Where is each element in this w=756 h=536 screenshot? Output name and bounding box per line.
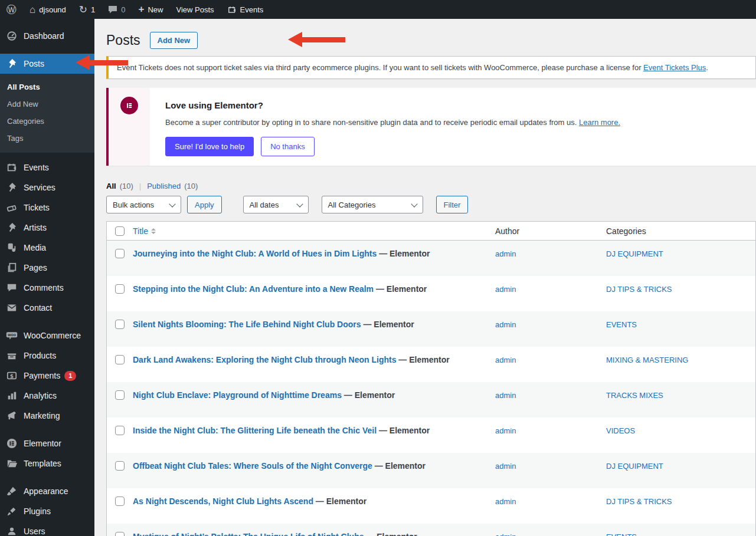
view-posts-menu[interactable]: View Posts — [170, 0, 221, 19]
select-all-checkbox[interactable] — [115, 226, 125, 236]
category-link[interactable]: DJ EQUIPMENT — [606, 462, 663, 471]
column-title-sort[interactable]: Title — [133, 226, 156, 236]
author-link[interactable]: admin — [495, 356, 516, 364]
events-menu[interactable]: Events — [221, 0, 270, 19]
category-link[interactable]: DJ TIPS & TRICKS — [606, 497, 672, 506]
sidebar-item-label: Posts — [24, 59, 44, 68]
updates-menu[interactable]: ↻ 1 — [73, 0, 102, 19]
post-title-link[interactable]: Night Club Enclave: Playground of Nightt… — [133, 390, 342, 400]
post-title-link[interactable]: As Night Descends, Night Club Lights Asc… — [133, 496, 313, 506]
sidebar-item-users[interactable]: Users — [0, 521, 94, 536]
sidebar-item-appearance[interactable]: Appearance — [0, 481, 94, 501]
view-all-link[interactable]: All — [106, 182, 116, 190]
sidebar-item-analytics[interactable]: Analytics — [0, 386, 94, 406]
sidebar-item-artists[interactable]: Artists — [0, 218, 94, 238]
sidebar-item-plugins[interactable]: Plugins — [0, 501, 94, 521]
envelope-icon — [6, 302, 18, 314]
list-table-controls: Bulk actions Apply All dates All Categor… — [106, 196, 756, 213]
post-status-views: All (10) | Published (10) — [106, 182, 756, 190]
sidebar-item-dashboard[interactable]: Dashboard — [0, 26, 94, 46]
site-name-label: djsound — [39, 5, 66, 14]
category-link[interactable]: VIDEOS — [606, 426, 635, 435]
sidebar-item-label: Appearance — [24, 486, 68, 496]
comment-bubble-icon — [6, 282, 18, 294]
row-checkbox[interactable] — [115, 496, 125, 506]
author-link[interactable]: admin — [495, 426, 516, 435]
categories-filter-select[interactable]: All Categories — [322, 196, 423, 213]
author-link[interactable]: admin — [495, 462, 516, 471]
author-link[interactable]: admin — [495, 497, 516, 506]
row-checkbox[interactable] — [115, 461, 125, 471]
learn-more-link[interactable]: Learn more. — [579, 118, 620, 127]
category-link[interactable]: EVENTS — [606, 320, 637, 329]
products-box-icon — [6, 350, 18, 361]
banner-accept-button[interactable]: Sure! I'd love to help — [165, 137, 254, 156]
post-title-link[interactable]: Journeying into the Night Club: A World … — [133, 249, 377, 258]
row-checkbox[interactable] — [115, 249, 125, 258]
pushpin-icon — [6, 222, 18, 234]
author-link[interactable]: admin — [495, 249, 516, 258]
sidebar-item-pages[interactable]: Pages — [0, 258, 94, 278]
author-link[interactable]: admin — [495, 285, 516, 294]
row-checkbox[interactable] — [115, 390, 125, 400]
submenu-add-new[interactable]: Add New — [0, 96, 94, 113]
category-link[interactable]: EVENTS — [606, 532, 637, 536]
sidebar-item-tickets[interactable]: Tickets — [0, 198, 94, 218]
author-link[interactable]: admin — [495, 320, 516, 329]
sidebar-item-events[interactable]: Events — [0, 157, 94, 177]
new-content-menu[interactable]: + New — [132, 0, 170, 19]
sidebar-item-payments[interactable]: $ Payments 1 — [0, 366, 94, 386]
sidebar-item-products[interactable]: Products — [0, 346, 94, 366]
view-published-link[interactable]: Published — [147, 182, 181, 190]
row-checkbox[interactable] — [115, 355, 125, 364]
post-title-link[interactable]: Mystique of Night’s Palette: The Unique … — [133, 532, 364, 536]
submenu-categories[interactable]: Categories — [0, 113, 94, 130]
post-title-link[interactable]: Offbeat Night Club Tales: Where Souls of… — [133, 461, 372, 471]
comments-menu[interactable]: 0 — [102, 0, 132, 19]
author-link[interactable]: admin — [495, 532, 516, 536]
category-link[interactable]: MIXING & MASTERING — [606, 356, 688, 364]
wordpress-logo-menu[interactable]: Ⓦ — [0, 0, 23, 19]
post-title-link[interactable]: Dark Land Awakens: Exploring the Night C… — [133, 355, 396, 364]
elementor-logo-icon — [120, 97, 138, 114]
sidebar-item-label: Services — [24, 183, 55, 192]
site-name-menu[interactable]: ⌂ djsound — [23, 0, 73, 19]
category-link[interactable]: DJ TIPS & TRICKS — [606, 285, 672, 294]
megaphone-icon — [6, 410, 18, 422]
sidebar-item-marketing[interactable]: Marketing — [0, 406, 94, 426]
row-checkbox[interactable] — [115, 532, 125, 536]
sidebar-item-comments[interactable]: Comments — [0, 278, 94, 298]
submenu-all-posts[interactable]: All Posts — [0, 78, 94, 96]
post-edited-with: — Elementor — [366, 532, 417, 536]
event-tickets-plus-link[interactable]: Event Tickets Plus — [643, 63, 706, 72]
table-row: Journeying into the Night Club: A World … — [107, 241, 755, 276]
sidebar-item-templates[interactable]: Templates — [0, 453, 94, 473]
row-checkbox[interactable] — [115, 284, 125, 294]
dashboard-icon — [6, 30, 18, 42]
banner-dismiss-button[interactable]: No thanks — [261, 137, 315, 156]
post-title-link[interactable]: Stepping into the Night Club: An Adventu… — [133, 284, 374, 294]
post-edited-with: — Elementor — [316, 496, 366, 506]
row-checkbox[interactable] — [115, 426, 125, 435]
add-new-button[interactable]: Add New — [150, 32, 198, 49]
sidebar-item-contact[interactable]: Contact — [0, 298, 94, 318]
filter-button[interactable]: Filter — [436, 196, 469, 213]
post-title-link[interactable]: Inside the Night Club: The Glittering Li… — [133, 426, 377, 435]
sidebar-item-elementor[interactable]: Elementor — [0, 433, 94, 453]
sidebar-item-services[interactable]: Services — [0, 177, 94, 198]
table-row: Stepping into the Night Club: An Adventu… — [107, 276, 755, 311]
category-link[interactable]: DJ EQUIPMENT — [606, 249, 663, 258]
sidebar-item-woocommerce[interactable]: WOO WooCommerce — [0, 325, 94, 346]
author-link[interactable]: admin — [495, 391, 516, 400]
bulk-actions-select[interactable]: Bulk actions — [106, 196, 181, 213]
dates-filter-select[interactable]: All dates — [243, 196, 309, 213]
post-edited-with: — Elementor — [344, 390, 395, 400]
post-title-link[interactable]: Silent Nights Blooming: The Life Behind … — [133, 320, 361, 329]
category-link[interactable]: TRACKS MIXES — [606, 391, 663, 400]
sidebar-item-media[interactable]: Media — [0, 238, 94, 258]
submenu-tags[interactable]: Tags — [0, 130, 94, 147]
sidebar-item-label: WooCommerce — [24, 331, 81, 340]
apply-button[interactable]: Apply — [187, 196, 222, 213]
row-checkbox[interactable] — [115, 320, 125, 329]
pushpin-icon — [6, 182, 18, 193]
